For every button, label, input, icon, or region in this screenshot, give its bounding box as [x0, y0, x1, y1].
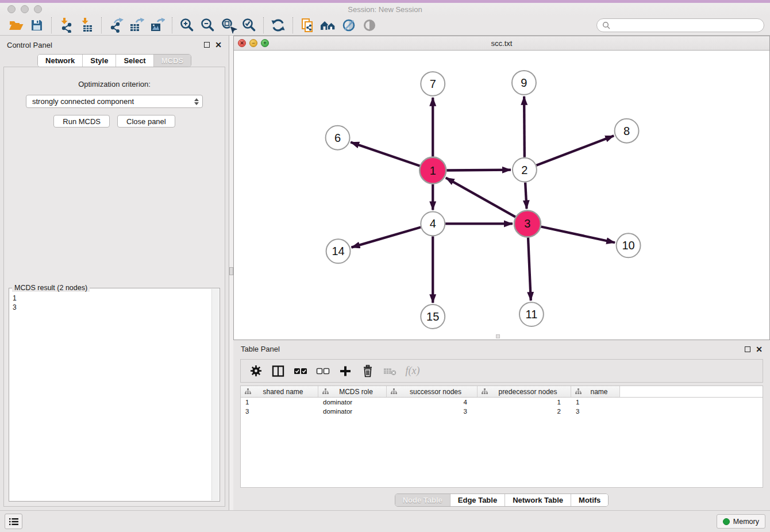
column-header-name[interactable]: name: [571, 386, 620, 397]
search-field[interactable]: [596, 18, 764, 32]
first-neighbors-button[interactable]: [318, 16, 338, 34]
column-header-shared-name[interactable]: shared name: [241, 386, 318, 397]
export-image-button[interactable]: [147, 16, 168, 34]
import-table-button[interactable]: [76, 16, 97, 34]
graph-node-10[interactable]: 10: [617, 233, 641, 257]
table-cell[interactable]: 3: [571, 407, 620, 416]
svg-text:9: 9: [521, 76, 527, 89]
zoom-out-button[interactable]: [197, 16, 218, 34]
graph-edge-3-11[interactable]: [528, 237, 531, 300]
deselect-all-button[interactable]: [316, 364, 330, 378]
graph-node-11[interactable]: 11: [519, 302, 544, 326]
view-resize-grip[interactable]: [496, 334, 500, 338]
graph-edge-3-1[interactable]: [446, 178, 515, 217]
graph-edge-4-14[interactable]: [352, 227, 421, 247]
function-builder-button[interactable]: f(x): [406, 364, 419, 378]
import-table-icon: [79, 18, 94, 33]
table-row[interactable]: 3dominator323: [241, 407, 763, 416]
table-panel: Table Panel ✕: [233, 340, 770, 510]
table-cell[interactable]: dominator: [318, 407, 387, 416]
memory-button[interactable]: Memory: [717, 514, 765, 529]
graph-node-1[interactable]: 1: [419, 157, 446, 184]
float-panel-icon[interactable]: [204, 42, 210, 48]
graph-edge-2-8[interactable]: [536, 136, 614, 165]
table-cell[interactable]: 2: [478, 407, 571, 416]
clone-network-button[interactable]: [297, 16, 318, 34]
table-tab-motifs[interactable]: Motifs: [571, 494, 608, 506]
graph-edge-1-6[interactable]: [351, 142, 419, 165]
column-header-predecessor-nodes[interactable]: predecessor nodes: [478, 386, 571, 397]
close-panel-icon[interactable]: ✕: [215, 42, 222, 48]
mcds-result-list[interactable]: 13: [9, 288, 220, 312]
table-tab-node-table[interactable]: Node Table: [395, 494, 450, 506]
graph-edge-2-9[interactable]: [524, 97, 525, 157]
close-view-button[interactable]: ✕: [238, 39, 246, 47]
show-hide-button[interactable]: [359, 16, 380, 34]
panel-splitter[interactable]: [229, 36, 233, 510]
table-cell[interactable]: 1: [241, 398, 318, 407]
tab-network[interactable]: Network: [38, 55, 82, 67]
network-window-titlebar[interactable]: ✕ − + scc.txt: [234, 36, 769, 51]
network-graph[interactable]: 7968124314101511: [234, 51, 769, 340]
graph-node-2[interactable]: 2: [513, 158, 537, 182]
float-table-panel-icon[interactable]: [745, 346, 750, 352]
graph-node-4[interactable]: 4: [421, 211, 445, 236]
graph-node-15[interactable]: 15: [421, 304, 445, 329]
style-paint-button[interactable]: [338, 16, 359, 34]
table-cell[interactable]: 1: [478, 398, 571, 407]
minimize-view-button[interactable]: −: [249, 39, 257, 47]
apply-layout-button[interactable]: [268, 16, 288, 34]
column-header-MCDS-role[interactable]: MCDS role: [318, 386, 387, 397]
delete-table-button[interactable]: [383, 364, 397, 378]
tab-select[interactable]: Select: [116, 55, 153, 67]
add-column-button[interactable]: [338, 364, 352, 378]
criterion-dropdown[interactable]: strongly connected component: [26, 95, 203, 108]
graph-edge-2-3[interactable]: [525, 183, 526, 209]
homes-icon: [320, 18, 336, 33]
graph-node-9[interactable]: 9: [512, 71, 536, 95]
table-settings-button[interactable]: [249, 364, 263, 378]
graph-edge-1-2[interactable]: [446, 170, 511, 171]
import-network-button[interactable]: [56, 16, 76, 34]
tab-mcds[interactable]: MCDS: [153, 55, 191, 67]
table-cell[interactable]: dominator: [318, 398, 387, 407]
graph-node-7[interactable]: 7: [421, 72, 445, 96]
zoom-in-button[interactable]: [176, 16, 197, 34]
graph-node-8[interactable]: 8: [615, 119, 639, 143]
select-all-button[interactable]: [294, 364, 307, 378]
graph-node-14[interactable]: 14: [326, 239, 351, 263]
run-mcds-button[interactable]: Run MCDS: [53, 115, 110, 128]
open-session-button[interactable]: [6, 16, 26, 34]
save-session-button[interactable]: [26, 16, 47, 34]
criterion-dropdown-value: strongly connected component: [32, 97, 134, 106]
graph-edge-3-10[interactable]: [541, 226, 615, 242]
search-input[interactable]: [610, 21, 759, 30]
graph-node-3[interactable]: 3: [514, 210, 541, 237]
table-tab-network-table[interactable]: Network Table: [505, 494, 571, 506]
close-table-panel-icon[interactable]: ✕: [756, 346, 763, 352]
zoom-selected-button[interactable]: [238, 16, 259, 34]
export-table-button[interactable]: [126, 16, 147, 34]
table-tab-edge-table[interactable]: Edge Table: [450, 494, 505, 506]
export-network-button[interactable]: [106, 16, 126, 34]
maximize-view-button[interactable]: +: [261, 39, 269, 47]
table-row[interactable]: 1dominator411: [241, 398, 763, 407]
network-canvas[interactable]: 7968124314101511: [234, 51, 769, 340]
table-cell[interactable]: 3: [241, 407, 318, 416]
table-cell[interactable]: 1: [571, 398, 620, 407]
task-history-button[interactable]: [5, 514, 22, 529]
zoom-selected-icon: [241, 18, 256, 33]
table-cell[interactable]: 3: [387, 407, 478, 416]
close-window-button[interactable]: [7, 5, 16, 13]
graph-node-6[interactable]: 6: [326, 126, 350, 150]
result-scrollbar[interactable]: [211, 289, 219, 500]
tab-style[interactable]: Style: [82, 55, 116, 67]
table-cell[interactable]: 4: [387, 398, 478, 407]
split-columns-button[interactable]: [271, 364, 285, 378]
splitter-grip[interactable]: [229, 267, 233, 275]
column-header-successor-nodes[interactable]: successor nodes: [387, 386, 478, 397]
delete-column-button[interactable]: [361, 364, 375, 378]
zoom-window-button[interactable]: [34, 5, 42, 13]
minimize-window-button[interactable]: [21, 5, 29, 13]
close-panel-button[interactable]: Close panel: [117, 115, 175, 128]
